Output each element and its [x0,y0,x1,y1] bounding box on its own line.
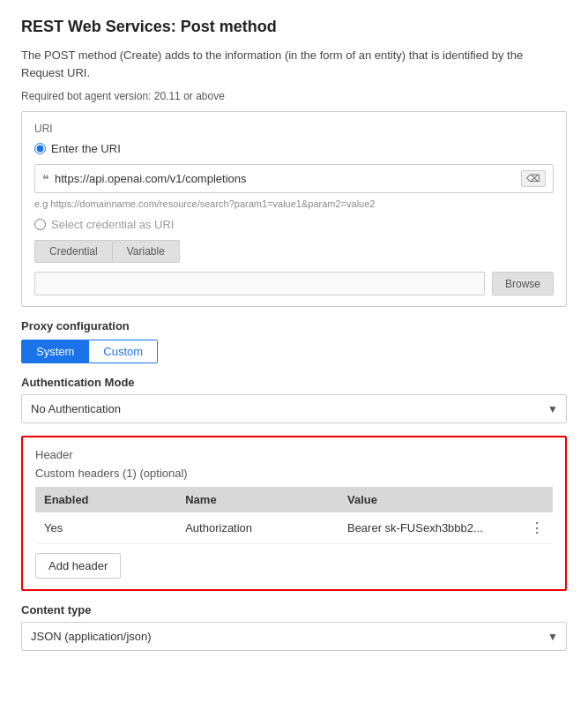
row-enabled: Yes [35,512,176,544]
credential-buttons: Credential Variable [34,240,554,263]
page-title: REST Web Services: Post method [21,18,567,36]
required-version: Required bot agent version: 20.11 or abo… [21,90,567,102]
credential-section: Credential Variable Browse [34,240,554,295]
auth-section: Authentication Mode No Authentication Ba… [21,376,567,423]
more-actions-icon[interactable]: ⋮ [530,520,544,535]
col-name-header: Name [176,487,339,512]
proxy-section: Proxy configuration System Custom [21,319,567,363]
content-type-label: Content type [21,603,567,617]
row-actions[interactable]: ⋮ [521,512,553,544]
uri-hint: e.g https://domainname.com/resource/sear… [34,198,554,209]
col-actions-header [521,487,553,512]
content-type-section: Content type JSON (application/json) XML… [21,603,567,651]
auth-label: Authentication Mode [21,376,567,389]
row-value: Bearer sk-FUSexh3bbb2... [339,512,521,544]
proxy-label: Proxy configuration [21,319,567,333]
custom-headers-label: Custom headers (1) (optional) [35,467,553,480]
select-credential-radio-row: Select credential as URI [34,218,554,231]
proxy-toggle-group: System Custom [21,340,567,363]
auth-select-wrapper: No Authentication Basic OAuth2 API Key ▼ [21,394,567,423]
add-header-button[interactable]: Add header [35,553,121,579]
quote-icon: ❝ [42,172,49,186]
clear-uri-button[interactable]: ⌫ [521,170,546,187]
proxy-system-button[interactable]: System [21,340,89,363]
uri-input[interactable] [55,172,521,185]
content-type-select-wrapper: JSON (application/json) XML Text ▼ [21,622,567,651]
enter-uri-label[interactable]: Enter the URI [51,142,121,155]
enter-uri-radio-row: Enter the URI [34,142,554,155]
credential-button[interactable]: Credential [34,240,113,263]
page-description: The POST method (Create) adds to the inf… [21,47,567,81]
header-table-header-row: Enabled Name Value [35,487,553,512]
select-credential-label[interactable]: Select credential as URI [51,218,174,231]
row-name: Authorization [176,512,339,544]
credential-input-row: Browse [34,272,554,295]
col-value-header: Value [339,487,521,512]
uri-input-wrapper: ❝ ⌫ [34,164,554,193]
browse-button[interactable]: Browse [492,272,554,295]
enter-uri-radio[interactable] [34,143,46,154]
uri-section: URI Enter the URI ❝ ⌫ e.g https://domain… [21,111,567,307]
proxy-custom-button[interactable]: Custom [89,340,158,363]
credential-input[interactable] [34,272,485,295]
uri-label: URI [34,123,554,135]
content-type-select[interactable]: JSON (application/json) XML Text [21,622,567,651]
variable-button[interactable]: Variable [113,240,180,263]
header-title: Header [35,448,553,461]
header-section: Header Custom headers (1) (optional) Ena… [21,436,567,591]
table-row: Yes Authorization Bearer sk-FUSexh3bbb2.… [35,512,553,544]
header-table: Enabled Name Value Yes Authorization Bea… [35,487,553,544]
select-credential-radio[interactable] [34,219,46,230]
auth-select[interactable]: No Authentication Basic OAuth2 API Key [21,394,567,423]
col-enabled-header: Enabled [35,487,176,512]
